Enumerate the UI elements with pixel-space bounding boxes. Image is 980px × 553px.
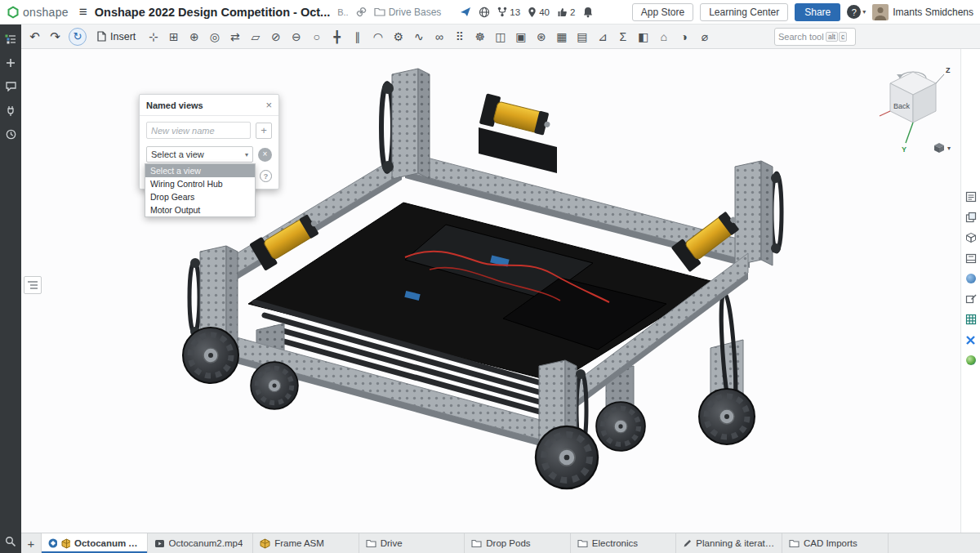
user-menu[interactable]: Imants Smidchens [872,4,973,20]
undo-icon[interactable]: ↶ [24,27,45,47]
history-panel-icon[interactable] [2,126,20,142]
bom-icon[interactable]: ▤ [572,27,592,47]
link-icon[interactable] [356,7,367,17]
mate-connector-icon[interactable]: ⊕ [184,27,204,47]
notes-panel-icon[interactable] [963,190,979,204]
planar-mate-icon[interactable]: ▱ [245,27,265,47]
screw-relation-icon[interactable]: ∿ [408,27,429,47]
3d-viewport[interactable]: Named views × + Select a view ▾ × ? Sele… [21,49,960,533]
named-views-dialog-header[interactable]: Named views × [140,95,278,116]
menu-icon[interactable]: ≡ [79,4,87,20]
app-store-button[interactable]: App Store [632,3,693,21]
snapshot-icon[interactable]: ▦ [551,27,572,47]
versions-panel-icon[interactable] [2,55,20,71]
tangent-relation-icon[interactable]: ◠ [368,27,388,47]
comments-panel-icon[interactable] [2,78,20,95]
x-app-icon[interactable] [963,332,979,347]
assembly-icon [260,538,270,549]
group-icon[interactable]: ⊞ [163,27,184,47]
tab-drop-pods[interactable]: Drop Pods [465,533,571,553]
corner-tower-top[interactable] [381,69,430,179]
corner-tower-right[interactable] [735,161,782,265]
folder-icon [374,7,385,16]
linear-pattern-icon[interactable]: ⠿ [449,27,470,47]
learning-center-button[interactable]: Learning Center [700,3,788,21]
public-globe-icon[interactable] [479,7,490,18]
replicate-icon[interactable]: ▣ [510,27,531,47]
search-tools-input[interactable] [778,32,824,42]
tool-search-box[interactable]: altc [774,28,856,46]
pin-stat[interactable]: 40 [528,7,550,18]
view-option[interactable]: Drop Gears [145,190,255,203]
tab-drive[interactable]: Drive [359,533,466,553]
appearance-icon[interactable]: ◑ [674,27,694,47]
clear-view-button[interactable]: × [258,148,272,162]
drawing-panel-icon[interactable] [963,251,979,265]
circular-pattern-icon[interactable]: ☸ [470,27,490,47]
slider-mate-icon[interactable]: ⇄ [225,27,245,47]
like-stat[interactable]: 2 [557,7,575,17]
mirror-icon[interactable]: ◫ [490,27,510,47]
view-option[interactable]: Select a view [145,164,255,177]
named-views-dialog: Named views × + Select a view ▾ × ? Sele… [139,94,279,190]
view-select[interactable]: Select a view ▾ [146,146,253,163]
parallel-relation-icon[interactable]: ∥ [347,27,368,47]
diameter-icon[interactable]: ⌀ [694,27,715,47]
selection-tools-icon[interactable] [2,533,20,550]
view-option[interactable]: Motor Output [145,203,255,216]
publication-icon[interactable] [460,7,471,17]
mate-icon[interactable]: ⊹ [143,27,163,47]
close-icon[interactable]: × [265,100,272,110]
notifications-bell-icon[interactable] [582,7,594,18]
view-option[interactable]: Wiring Control Hub [145,177,255,190]
tab-label: Electronics [592,538,638,548]
tab-label: Planning & iterations [696,538,775,548]
new-view-name-input[interactable] [146,122,251,139]
edit-cube-panel-icon[interactable] [963,292,979,306]
gear-relation-icon[interactable]: ⚙ [388,27,408,47]
version-label[interactable]: B.. [337,7,348,17]
onshape-logo[interactable]: onshape [7,6,69,19]
render-app-icon[interactable] [963,353,979,368]
fork-stat[interactable]: 13 [497,7,520,17]
add-view-button[interactable]: + [256,123,272,139]
tab-electronics[interactable]: Electronics [571,533,677,553]
linked-documents-panel-icon[interactable] [2,102,20,118]
instances-panel-icon[interactable] [2,31,20,47]
sheet-app-icon[interactable] [963,312,979,327]
pin-slot-mate-icon[interactable]: ⊖ [286,27,306,47]
section-view-icon[interactable]: ◧ [633,27,653,47]
axis-y-label: Y [902,145,906,154]
tab-octocanum-asm[interactable]: Octocanum ASM [42,533,148,553]
cylindrical-mate-icon[interactable]: ⊘ [265,27,286,47]
fastened-mate-icon[interactable]: ╋ [327,27,347,47]
tab-planning-iterations[interactable]: Planning & iterations [676,533,782,553]
turn-tool-icon[interactable]: ↻ [69,28,87,46]
configurations-panel-icon[interactable] [963,210,979,225]
onshape-logo-text: onshape [23,6,69,19]
tab-octocanum2-mp4[interactable]: Octocanum2.mp4 [148,533,254,553]
revolute-mate-icon[interactable]: ◎ [204,27,225,47]
measure-icon[interactable]: ⊿ [592,27,612,47]
named-positions-panel-icon[interactable] [963,230,979,245]
instances-tree-toggle[interactable] [24,276,42,294]
insert-button[interactable]: Insert [90,27,143,47]
tab-frame-asm[interactable]: Frame ASM [253,533,359,553]
ball-mate-icon[interactable]: ○ [306,27,327,47]
share-button[interactable]: Share [795,3,840,21]
assembly-toolbar: ↶↷ ↻ Insert ⊹⊞⊕◎⇄▱⊘⊖○╋∥◠⚙∿∞⠿☸◫▣⊛▦▤⊿Σ◧⌂◑⌀… [21,25,980,49]
add-tab-button[interactable]: + [21,533,42,553]
cube-icon [933,142,945,154]
explode-icon[interactable]: ⊛ [531,27,551,47]
redo-icon[interactable]: ↷ [45,27,65,47]
belt-relation-icon[interactable]: ∞ [429,27,449,47]
appearance-panel-icon[interactable] [963,271,979,286]
help-icon[interactable]: ? [260,170,272,182]
named-views-icon[interactable]: ⌂ [653,27,674,47]
gearbox-top[interactable] [479,127,557,173]
folder-breadcrumb[interactable]: Drive Bases [374,7,442,18]
help-menu[interactable]: ? ▾ [847,5,866,19]
tab-cad-imports[interactable]: CAD Imports [782,533,889,553]
mass-properties-icon[interactable]: Σ [612,27,633,47]
view-options-button[interactable]: ▾ [933,142,951,154]
